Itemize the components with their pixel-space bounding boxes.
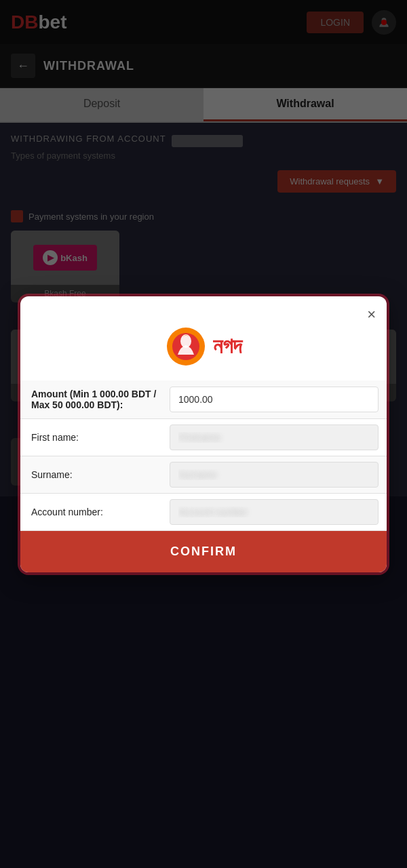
modal: × নগদ Amount (Min 1 000.00 BDT / Max 50 …	[20, 296, 387, 572]
modal-logo-row: নগদ	[20, 323, 387, 380]
amount-input[interactable]	[170, 387, 379, 412]
nagad-logo-text: নগদ	[213, 334, 241, 359]
modal-form: Amount (Min 1 000.00 BDT / Max 50 000.00…	[20, 380, 387, 531]
modal-close-button[interactable]: ×	[367, 306, 376, 323]
nagad-logo-icon	[166, 326, 206, 367]
account-label: Account number:	[20, 498, 170, 526]
amount-row: Amount (Min 1 000.00 BDT / Max 50 000.00…	[20, 380, 387, 419]
account-number-input[interactable]	[170, 499, 379, 525]
surname-row: Surname:	[20, 456, 387, 494]
confirm-button[interactable]: CONFIRM	[20, 531, 387, 572]
account-number-row: Account number:	[20, 494, 387, 531]
amount-label: Amount (Min 1 000.00 BDT / Max 50 000.00…	[20, 380, 170, 418]
modal-close-row: ×	[20, 296, 387, 323]
surname-label: Surname:	[20, 461, 170, 488]
first-name-row: First name:	[20, 419, 387, 456]
modal-overlay: × নগদ Amount (Min 1 000.00 BDT / Max 50 …	[0, 0, 407, 868]
first-name-label: First name:	[20, 424, 170, 451]
first-name-input[interactable]	[170, 425, 379, 450]
surname-input[interactable]	[170, 462, 379, 488]
